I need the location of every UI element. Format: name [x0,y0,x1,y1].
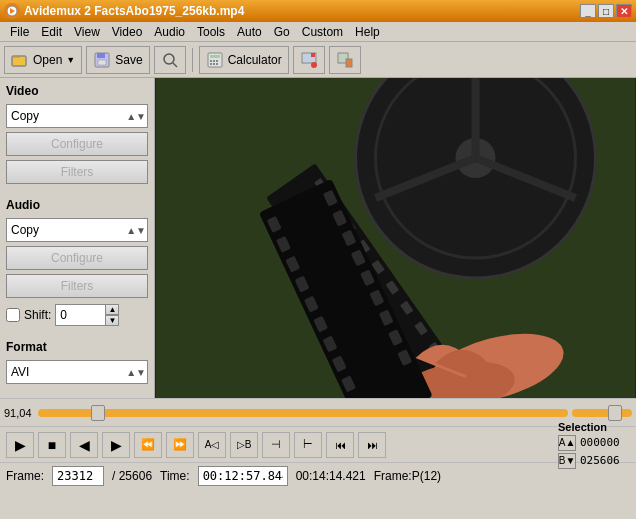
menu-edit[interactable]: Edit [35,23,68,41]
svg-rect-5 [98,60,106,65]
calculator-button[interactable]: Calculator [199,46,289,74]
main-area: Video Copy MPEG-4 AVC MPEG-4 ASP ▲▼ Conf… [0,78,636,398]
forward-button[interactable]: ⏩ [166,432,194,458]
video-configure-button[interactable]: Configure [6,132,148,156]
shift-down-button[interactable]: ▼ [105,315,119,326]
video-area [155,78,636,398]
menu-tools[interactable]: Tools [191,23,231,41]
menu-go[interactable]: Go [268,23,296,41]
frame-input[interactable] [52,466,104,486]
open-button[interactable]: Open ▼ [4,46,82,74]
svg-rect-18 [311,53,315,57]
svg-rect-15 [216,63,218,65]
rewind-button[interactable]: ⏪ [134,432,162,458]
output-button[interactable] [329,46,361,74]
menu-bar: File Edit View Video Audio Tools Auto Go… [0,22,636,42]
prev-button[interactable]: ◀ [70,432,98,458]
timeline-right-thumb[interactable] [608,405,622,421]
controls-bar: ▶ ■ ◀ ▶ ⏪ ⏩ A◁ ▷B ⊣ ⊢ ⏮ ⏭ Selection A▲ 0… [0,426,636,462]
selection-b-value: 025606 [580,454,630,467]
save-button[interactable]: Save [86,46,149,74]
selection-a-row: A▲ 000000 [558,435,630,451]
next-button[interactable]: ▶ [102,432,130,458]
menu-custom[interactable]: Custom [296,23,349,41]
selection-panel: Selection A▲ 000000 B▼ 025606 [558,421,630,469]
zoom-button[interactable] [154,46,186,74]
selection-label: Selection [558,421,607,433]
title-controls: _ □ ✕ [580,4,632,18]
svg-rect-13 [210,63,212,65]
audio-configure-button[interactable]: Configure [6,246,148,270]
left-panel: Video Copy MPEG-4 AVC MPEG-4 ASP ▲▼ Conf… [0,78,155,398]
shift-spin-buttons: ▲ ▼ [105,304,119,326]
menu-auto[interactable]: Auto [231,23,268,41]
audio-section-label: Audio [6,198,148,212]
menu-video[interactable]: Video [106,23,148,41]
maximize-button[interactable]: □ [598,4,614,18]
audio-codec-wrapper: Copy MP3 AAC ▲▼ [6,218,148,242]
shift-label: Shift: [24,308,51,322]
title-bar: Avidemux 2 FactsAbo1975_256kb.mp4 _ □ ✕ [0,0,636,22]
shift-spin-wrapper: ▲ ▼ [55,304,119,326]
svg-point-6 [164,54,174,64]
video-canvas [155,78,636,398]
frame-type-value: Frame:P(12) [374,469,441,483]
output-icon [336,51,354,69]
play-button[interactable]: ▶ [6,432,34,458]
time-input[interactable] [198,466,288,486]
format-select[interactable]: AVI MKV MP4 [6,360,148,384]
shift-checkbox[interactable] [6,308,20,322]
video-section-label: Video [6,84,148,98]
toolbar: Open ▼ Save Calculator [0,42,636,78]
shift-up-button[interactable]: ▲ [105,304,119,315]
playback-button[interactable] [293,46,325,74]
svg-rect-4 [97,53,105,58]
menu-audio[interactable]: Audio [148,23,191,41]
svg-rect-12 [216,60,218,62]
window-title: Avidemux 2 FactsAbo1975_256kb.mp4 [24,4,244,18]
svg-rect-10 [210,60,212,62]
playback-icon [300,51,318,69]
svg-point-17 [311,62,317,68]
open-dropdown-icon[interactable]: ▼ [66,55,75,65]
save-label: Save [115,53,142,67]
shift-row: Shift: ▲ ▼ [6,304,148,326]
shift-input[interactable] [55,304,105,326]
timeline-track[interactable] [38,409,568,417]
menu-file[interactable]: File [4,23,35,41]
selection-a-value: 000000 [580,436,630,449]
video-codec-select[interactable]: Copy MPEG-4 AVC MPEG-4 ASP [6,104,148,128]
time-label: Time: [160,469,190,483]
open-label: Open [33,53,62,67]
menu-help[interactable]: Help [349,23,386,41]
status-bar: Frame: / 25606 Time: 00:14:14.421 Frame:… [0,462,636,488]
zoom-icon [161,51,179,69]
selection-b-button[interactable]: B▼ [558,453,576,469]
open-icon [11,51,29,69]
prev-keyframe-button[interactable]: ⊣ [262,432,290,458]
calculator-icon [206,51,224,69]
stop-button[interactable]: ■ [38,432,66,458]
mark-a-button[interactable]: A◁ [198,432,226,458]
video-filters-button[interactable]: Filters [6,160,148,184]
minimize-button[interactable]: _ [580,4,596,18]
timeline-right-track[interactable] [572,409,632,417]
audio-codec-select[interactable]: Copy MP3 AAC [6,218,148,242]
timeline-thumb[interactable] [91,405,105,421]
goto-end-button[interactable]: ⏭ [358,432,386,458]
close-button[interactable]: ✕ [616,4,632,18]
next-keyframe-button[interactable]: ⊢ [294,432,322,458]
menu-view[interactable]: View [68,23,106,41]
selection-b-row: B▼ 025606 [558,453,630,469]
total-frames-label: / 25606 [112,469,152,483]
frame-label: Frame: [6,469,44,483]
toolbar-separator [192,48,193,72]
svg-line-7 [173,63,177,67]
selection-a-button[interactable]: A▲ [558,435,576,451]
audio-filters-button[interactable]: Filters [6,274,148,298]
mark-b-button[interactable]: ▷B [230,432,258,458]
calculator-label: Calculator [228,53,282,67]
format-section-label: Format [6,340,148,354]
goto-start-button[interactable]: ⏮ [326,432,354,458]
format-wrapper: AVI MKV MP4 ▲▼ [6,360,148,384]
